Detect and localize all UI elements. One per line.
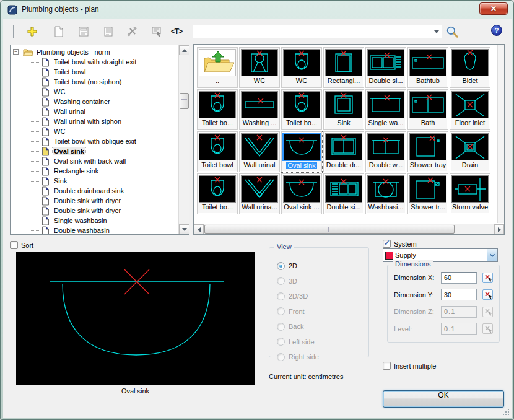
tile-toilet-bo[interactable]: Toilet bo... — [197, 89, 238, 130]
tile-wc[interactable]: WC — [281, 47, 322, 88]
preview-bowl-curve — [63, 284, 210, 355]
view-option-2d[interactable]: 2D — [277, 261, 297, 270]
tile-rectangl[interactable]: Rectangl... — [323, 47, 364, 88]
tree-item-toilet-bowl-no-siphon[interactable]: Toilet bowl (no siphon) — [11, 77, 178, 87]
tile-shower-tray[interactable]: Shower tray — [407, 131, 448, 172]
tree-item-wall-urinal[interactable]: Wall urinal — [11, 107, 178, 116]
scroll-up-button[interactable] — [179, 45, 189, 55]
tree-item-oval-sink-with-back-wall[interactable]: Oval sink with back wall — [11, 156, 178, 166]
tile-oval-sink[interactable]: Oval sink ... — [281, 173, 322, 214]
tree-item-wc[interactable]: WC — [11, 87, 178, 97]
dimension-x-input[interactable] — [441, 272, 477, 284]
tree-item-sink[interactable]: Sink — [11, 176, 178, 186]
tree-item-plumbing-objects-norm[interactable]: −Plumbing objects - norm — [11, 47, 178, 57]
tree-item-double-sink-with-dryer[interactable]: Double sink with dryer — [11, 206, 178, 216]
object-item-icon — [41, 196, 50, 206]
scroll-right-button[interactable] — [494, 224, 504, 235]
help-button[interactable]: ? — [491, 25, 502, 36]
tree-item-toilet-bowl-with-straight-exit[interactable]: Toilet bowl with straight exit — [11, 57, 178, 67]
chevron-down-icon — [434, 30, 439, 33]
grid-horizontal-scrollbar[interactable] — [194, 224, 504, 234]
tile-single-wa[interactable]: Single wa... — [365, 89, 406, 130]
tile-double-si[interactable]: Double si... — [365, 47, 406, 88]
tile-oval-sink[interactable]: Oval sink — [281, 131, 322, 172]
tile-bathtub[interactable]: Bathtub — [407, 47, 448, 88]
magnifier-icon — [445, 25, 459, 38]
oval-sink-icon — [282, 133, 321, 161]
tree-collapse-toggle[interactable]: − — [13, 49, 19, 55]
resize-grip[interactable] — [502, 408, 510, 416]
tree-item-rectangle-sink[interactable]: Rectangle sink — [11, 166, 178, 176]
tree-item-single-washbasin[interactable]: Single washbasin — [11, 216, 178, 225]
tile-shower-tr[interactable]: Shower tr... — [407, 173, 448, 214]
dimension-x-row: Dimension X: — [394, 271, 494, 284]
new-document-icon — [52, 25, 64, 38]
tree-scrollbar[interactable] — [178, 45, 189, 234]
tree-item-wall-urinal-with-siphon[interactable]: Wall urinal with siphon — [11, 116, 178, 126]
wall-urinal-siphon-icon — [241, 175, 278, 203]
plus-icon — [26, 25, 38, 38]
tree-item-toilet-bowl-with-oblique-exit[interactable]: Toilet bowl with oblique exit — [11, 136, 178, 146]
tile-bath[interactable]: Bath — [407, 89, 448, 130]
tile-toilet-bowl[interactable]: Toilet bowl — [197, 131, 238, 172]
tile-double-si[interactable]: Double si... — [323, 173, 364, 214]
title-bar[interactable]: Plumbing objects - plan ✕ — [1, 1, 513, 19]
properties-button — [149, 24, 164, 39]
scroll-left-button[interactable] — [194, 224, 204, 235]
tile-toilet-bo[interactable]: Toilet bo... — [197, 173, 238, 214]
tile-bidet[interactable]: Bidet — [450, 47, 490, 88]
system-combobox-dropdown-button[interactable] — [487, 249, 497, 261]
tile-washing[interactable]: Washing ... — [239, 89, 280, 130]
close-button[interactable]: ✕ — [479, 2, 508, 15]
search-button[interactable] — [445, 25, 459, 38]
tile-double-w[interactable]: Double w... — [365, 131, 406, 172]
tree-item-double-washbasin[interactable]: Double washbasin — [11, 225, 178, 235]
preview-canvas — [16, 252, 255, 385]
add-object-button[interactable] — [25, 24, 40, 39]
list-icon — [102, 25, 115, 38]
tile-wall-urinal[interactable]: Wall urinal — [239, 131, 280, 172]
tree-scrollbar-thumb[interactable] — [180, 93, 189, 109]
tile-floor-inlet[interactable]: Floor inlet — [450, 89, 490, 130]
tree-item-double-sink-with-dryer[interactable]: Double sink with dryer — [11, 196, 178, 206]
tree-item-washing-container[interactable]: Washing container — [11, 97, 178, 107]
sink-icon — [325, 91, 362, 118]
tree-item-wc[interactable]: WC — [11, 126, 178, 136]
tree-item-oval-sink[interactable]: Oval sink — [11, 146, 178, 156]
tile-drain[interactable]: Drain — [450, 131, 490, 172]
tile-double-dr[interactable]: Double dr... — [323, 131, 364, 172]
text-symbol-button[interactable]: <T> — [169, 24, 184, 39]
dimension-x-pick-button[interactable] — [482, 273, 493, 283]
tile-wall-urina[interactable]: Wall urina... — [239, 173, 280, 214]
sort-checkbox[interactable] — [10, 241, 18, 249]
view-option-front: Front — [277, 307, 305, 316]
insert-multiple-checkbox[interactable] — [383, 362, 391, 370]
scroll-down-button[interactable] — [179, 224, 189, 234]
tile-storm-valve[interactable]: Storm valve — [450, 173, 490, 214]
properties-icon — [150, 25, 163, 38]
tile-sink[interactable]: Sink — [323, 89, 364, 130]
tree-item-double-drainboard-sink[interactable]: Double drainboard sink — [11, 186, 178, 196]
radio-icon — [277, 353, 285, 361]
tile-toilet-bo[interactable]: Toilet bo... — [281, 89, 322, 130]
tile-wc[interactable]: WC — [239, 47, 280, 88]
ok-button[interactable]: OK — [383, 390, 504, 408]
search-input[interactable] — [193, 25, 432, 38]
search-dropdown-button[interactable] — [432, 25, 442, 38]
dimension-y-pick-button[interactable] — [482, 289, 493, 300]
dimension-y-row: Dimension Y: — [394, 289, 494, 301]
object-tree: −Plumbing objects - normToilet bowl with… — [10, 45, 189, 235]
system-checkbox[interactable] — [383, 240, 391, 248]
dimension-y-input[interactable] — [441, 289, 477, 300]
object-item-icon — [41, 58, 50, 67]
washing-container-icon — [241, 91, 278, 118]
grid-scrollbar-thumb[interactable] — [204, 225, 455, 234]
tile-washbasi[interactable]: Washbasi... — [365, 173, 406, 214]
toolbar-grip[interactable] — [11, 25, 14, 38]
tree-item-toilet-bowl[interactable]: Toilet bowl — [11, 67, 178, 77]
grid-vertical-scrollbar-track[interactable] — [497, 45, 504, 223]
radio-icon[interactable] — [277, 262, 285, 270]
dimension-z-label: Dimension Z: — [394, 308, 441, 315]
tile-item[interactable]: .. — [197, 47, 238, 88]
dimension-z-input — [441, 306, 477, 318]
